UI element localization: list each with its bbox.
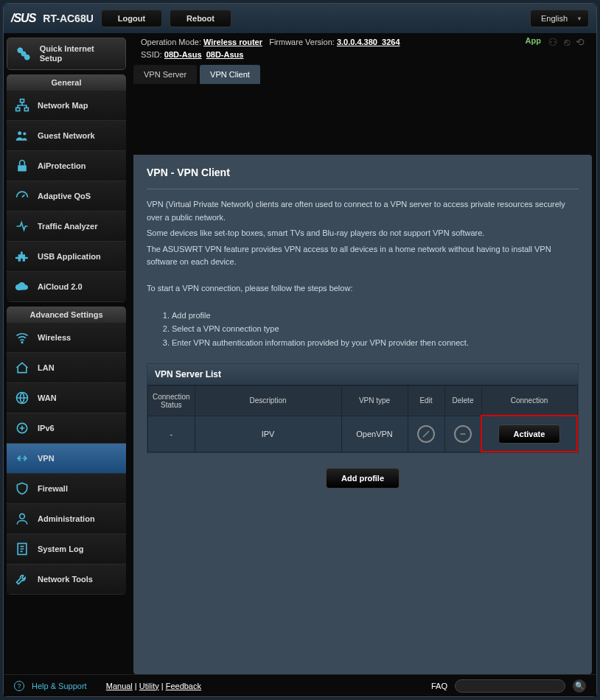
svg-point-9	[20, 514, 25, 519]
cell-type: OpenVPN	[341, 416, 408, 452]
help-icon[interactable]: ?	[14, 681, 24, 691]
sidebar-item-adaptive-qos[interactable]: Adaptive QoS	[7, 181, 126, 211]
cloud-icon	[14, 279, 30, 295]
sidebar-item-network-tools[interactable]: Network Tools	[7, 564, 126, 595]
usb-status-icon[interactable]: ⎋	[564, 36, 570, 48]
utility-link[interactable]: Utility	[139, 682, 159, 690]
th-status: Connection Status	[148, 385, 195, 416]
globe-icon	[14, 390, 30, 406]
client-icon[interactable]: ⚇	[548, 36, 558, 48]
sidebar-item-firewall[interactable]: Firewall	[7, 474, 126, 504]
th-connection: Connection	[481, 385, 577, 416]
edit-button[interactable]	[417, 425, 435, 443]
table-title: VPN Server List	[147, 364, 578, 385]
sidebar-item-traffic-analyzer[interactable]: Traffic Analyzer	[7, 211, 126, 242]
step-item: Select a VPN connection type	[172, 322, 579, 336]
table-row: - IPV OpenVPN Activate	[148, 416, 578, 452]
traffic-icon	[14, 218, 30, 234]
cell-desc: IPV	[195, 416, 341, 452]
language-select[interactable]: English	[530, 10, 589, 27]
tab-vpn-client[interactable]: VPN Client	[200, 65, 260, 84]
general-header: General	[7, 74, 126, 91]
nav-label: Network Tools	[38, 575, 93, 584]
svg-rect-2	[24, 108, 28, 111]
brand-logo: /SUS	[11, 12, 35, 25]
puzzle-icon	[14, 248, 30, 265]
sidebar-item-usb-application[interactable]: USB Application	[7, 242, 126, 272]
logout-button[interactable]: Logout	[101, 10, 162, 27]
wand-icon	[15, 45, 32, 63]
op-mode-link[interactable]: Wireless router	[203, 38, 262, 46]
intro-para-2: Some devices like set-top boxes, smart T…	[147, 227, 579, 240]
activate-button[interactable]: Activate	[498, 424, 561, 444]
sidebar-item-administration[interactable]: Administration	[7, 504, 126, 534]
network-map-icon	[14, 97, 30, 113]
tab-vpn-server[interactable]: VPN Server	[133, 65, 197, 84]
add-profile-button[interactable]: Add profile	[326, 468, 400, 489]
intro-para-3: The ASUSWRT VPN feature provides VPN acc…	[147, 243, 579, 269]
sidebar-item-aicloud[interactable]: AiCloud 2.0	[7, 272, 126, 302]
nav-label: AiProtection	[38, 161, 86, 170]
feedback-link[interactable]: Feedback	[166, 682, 201, 690]
reboot-button[interactable]: Reboot	[170, 10, 231, 27]
help-label: Help & Support	[32, 682, 87, 690]
lock-icon	[14, 158, 30, 174]
sidebar-item-vpn[interactable]: VPN	[7, 444, 126, 474]
sidebar-item-wireless[interactable]: Wireless	[7, 323, 126, 353]
faq-search-input[interactable]	[455, 679, 565, 693]
main-panel: VPN - VPN Client VPN (Virtual Private Ne…	[133, 155, 592, 674]
steps-intro: To start a VPN connection, please follow…	[147, 282, 579, 295]
sidebar-item-lan[interactable]: LAN	[7, 353, 126, 383]
th-desc: Description	[195, 385, 341, 416]
nav-label: Traffic Analyzer	[38, 222, 98, 231]
sidebar: Quick Internet Setup General Network Map…	[4, 33, 129, 674]
app-link[interactable]: App	[526, 36, 541, 45]
admin-icon	[14, 511, 30, 527]
sidebar-item-wan[interactable]: WAN	[7, 383, 126, 413]
sidebar-item-system-log[interactable]: System Log	[7, 534, 126, 564]
nav-label: System Log	[38, 545, 83, 553]
svg-rect-1	[16, 108, 20, 111]
quick-internet-setup[interactable]: Quick Internet Setup	[7, 38, 126, 70]
nav-label: Wireless	[38, 333, 71, 342]
nav-label: USB Application	[38, 252, 101, 261]
delete-button[interactable]	[454, 425, 472, 443]
cell-status: -	[148, 416, 195, 452]
nav-general: General Network Map Guest Network AiProt…	[7, 74, 126, 302]
ssid2-link[interactable]: 08D-Asus	[206, 50, 244, 59]
nav-label: Adaptive QoS	[38, 192, 91, 200]
users-icon	[14, 127, 30, 144]
gauge-icon	[14, 188, 30, 204]
steps-list: Add profile Select a VPN connection type…	[172, 309, 579, 350]
sidebar-item-guest-network[interactable]: Guest Network	[7, 121, 126, 151]
sidebar-item-network-map[interactable]: Network Map	[7, 91, 126, 121]
svg-point-3	[18, 132, 21, 136]
wifi-icon	[14, 329, 30, 346]
svg-point-4	[23, 133, 26, 136]
svg-rect-0	[21, 99, 24, 102]
nav-label: LAN	[38, 363, 55, 372]
top-bar: /SUS RT-AC68U Logout Reboot English	[4, 4, 596, 33]
svg-rect-5	[18, 166, 27, 172]
sidebar-item-aiprotection[interactable]: AiProtection	[7, 151, 126, 181]
shield-icon	[14, 480, 30, 497]
manual-link[interactable]: Manual	[106, 682, 133, 690]
nav-label: AiCloud 2.0	[38, 282, 83, 291]
step-item: Add profile	[172, 309, 579, 323]
intro-para-1: VPN (Virtual Private Network) clients ar…	[147, 198, 579, 224]
firmware-link[interactable]: 3.0.0.4.380_3264	[337, 38, 400, 46]
status-info: Operation Mode: Wireless router Firmware…	[141, 36, 400, 60]
model-label: RT-AC68U	[43, 13, 93, 24]
nav-label: Network Map	[38, 101, 88, 110]
wrench-icon	[14, 571, 30, 587]
nav-label: WAN	[38, 393, 57, 402]
search-button[interactable]: 🔍	[573, 679, 586, 693]
nav-label: Administration	[38, 514, 95, 523]
connect-icon[interactable]: ⟲	[576, 36, 585, 48]
sidebar-item-ipv6[interactable]: IPv6	[7, 413, 126, 444]
step-item: Enter VPN authentication information pro…	[172, 336, 579, 350]
vpn-server-table: VPN Server List Connection Status Descri…	[147, 363, 579, 454]
ssid1-link[interactable]: 08D-Asus	[164, 50, 202, 59]
faq-label: FAQ	[431, 682, 447, 690]
nav-label: Firewall	[38, 484, 68, 493]
